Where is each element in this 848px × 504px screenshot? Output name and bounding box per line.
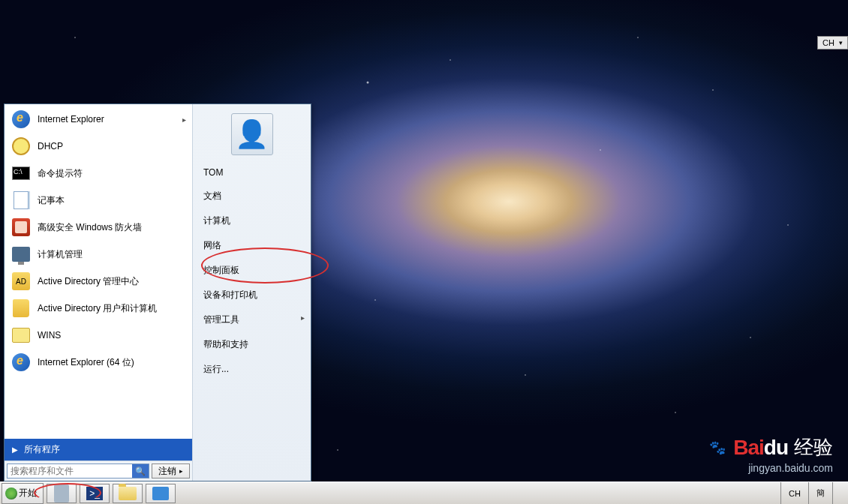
start-button[interactable]: 开始 bbox=[2, 483, 44, 504]
app-label: Internet Explorer (64 位) bbox=[38, 357, 134, 368]
watermark: 🐾 Baidu 经验 jingyan.baidu.com bbox=[709, 434, 833, 474]
right-item-7[interactable]: 帮助和支持 bbox=[193, 332, 311, 357]
app-label: 计算机管理 bbox=[38, 249, 83, 260]
start-menu-right-pane: 👤 TOM文档计算机网络控制面板设备和打印机管理工具帮助和支持运行... bbox=[192, 104, 311, 481]
search-go-button[interactable]: 🔍 bbox=[132, 464, 149, 478]
logoff-button[interactable]: 注销 bbox=[152, 464, 190, 478]
tray-more[interactable] bbox=[832, 482, 848, 504]
cmd-icon: C:\ bbox=[12, 166, 30, 180]
app-label: Active Directory 管理中心 bbox=[38, 276, 139, 286]
app-item-0[interactable]: Internet Explorer bbox=[6, 106, 191, 133]
notepad-icon bbox=[14, 191, 29, 209]
watermark-logo-a: Bai bbox=[733, 436, 764, 459]
taskbar-server-manager[interactable] bbox=[47, 484, 77, 503]
start-menu: Internet ExplorerDHCPC:\命令提示符记事本高级安全 Win… bbox=[4, 104, 311, 482]
language-bar-lang[interactable]: CH bbox=[822, 38, 834, 47]
watermark-url: jingyan.baidu.com bbox=[709, 462, 833, 474]
app-label: Internet Explorer bbox=[38, 114, 104, 124]
right-item-0[interactable]: TOM bbox=[193, 161, 311, 184]
all-programs-button[interactable]: 所有程序 bbox=[5, 439, 192, 460]
right-item-2[interactable]: 计算机 bbox=[193, 208, 311, 233]
right-item-3[interactable]: 网络 bbox=[193, 233, 311, 258]
taskbar: 开始 >_ CH 簡 bbox=[0, 482, 848, 504]
language-bar[interactable]: CH ▾ bbox=[817, 36, 848, 50]
search-box: 🔍 bbox=[7, 464, 149, 478]
app-label: Active Directory 用户和计算机 bbox=[38, 303, 157, 314]
right-item-4[interactable]: 控制面板 bbox=[193, 258, 311, 283]
app-item-9[interactable]: Internet Explorer (64 位) bbox=[6, 349, 191, 376]
right-item-6[interactable]: 管理工具 bbox=[193, 308, 311, 332]
app-label: 高级安全 Windows 防火墙 bbox=[38, 222, 142, 232]
app-label: WINS bbox=[38, 330, 61, 340]
app-item-5[interactable]: 计算机管理 bbox=[6, 241, 191, 268]
app-item-4[interactable]: 高级安全 Windows 防火墙 bbox=[6, 214, 191, 241]
server-icon bbox=[54, 484, 69, 502]
app-label: 命令提示符 bbox=[38, 168, 83, 178]
folder-icon bbox=[119, 487, 137, 500]
search-icon: 🔍 bbox=[135, 466, 146, 476]
right-item-1[interactable]: 文档 bbox=[193, 184, 311, 208]
taskbar-powershell[interactable]: >_ bbox=[80, 484, 110, 503]
app-item-2[interactable]: C:\命令提示符 bbox=[6, 160, 191, 187]
start-button-label: 开始 bbox=[19, 487, 37, 500]
user-icon: 👤 bbox=[235, 118, 269, 150]
tray-lang[interactable]: CH bbox=[780, 482, 808, 504]
clock-icon bbox=[12, 137, 30, 155]
system-tray: CH 簡 bbox=[780, 482, 848, 504]
book-icon bbox=[13, 299, 29, 317]
taskbar-explorer[interactable] bbox=[113, 484, 143, 503]
wins-icon bbox=[12, 328, 30, 343]
watermark-logo-b: du bbox=[764, 436, 788, 459]
dashboard-icon bbox=[152, 487, 169, 500]
ie-icon bbox=[12, 110, 30, 128]
ie-icon bbox=[12, 353, 30, 371]
app-item-6[interactable]: ADActive Directory 管理中心 bbox=[6, 268, 191, 295]
user-picture[interactable]: 👤 bbox=[231, 113, 273, 155]
pinned-apps-list: Internet ExplorerDHCPC:\命令提示符记事本高级安全 Win… bbox=[5, 104, 192, 439]
computer-icon bbox=[12, 247, 30, 262]
paw-icon: 🐾 bbox=[709, 440, 726, 456]
taskbar-dashboard[interactable] bbox=[146, 484, 176, 503]
start-menu-left-pane: Internet ExplorerDHCPC:\命令提示符记事本高级安全 Win… bbox=[5, 104, 192, 481]
app-label: DHCP bbox=[38, 141, 63, 152]
start-orb-icon bbox=[5, 488, 17, 500]
logoff-label: 注销 bbox=[158, 465, 176, 478]
app-item-1[interactable]: DHCP bbox=[6, 133, 191, 160]
language-bar-menu-icon[interactable]: ▾ bbox=[839, 39, 843, 46]
right-item-5[interactable]: 设备和打印机 bbox=[193, 283, 311, 308]
tray-ime[interactable]: 簡 bbox=[808, 482, 832, 504]
powershell-icon: >_ bbox=[86, 487, 103, 500]
right-item-8[interactable]: 运行... bbox=[193, 357, 311, 382]
watermark-cn: 经验 bbox=[794, 434, 833, 460]
firewall-icon bbox=[12, 218, 30, 236]
search-input[interactable] bbox=[8, 464, 132, 478]
search-row: 🔍 注销 bbox=[5, 460, 192, 481]
app-item-3[interactable]: 记事本 bbox=[6, 187, 191, 214]
ad-icon: AD bbox=[12, 272, 30, 290]
all-programs-label: 所有程序 bbox=[24, 443, 60, 456]
app-item-7[interactable]: Active Directory 用户和计算机 bbox=[6, 295, 191, 322]
app-label: 记事本 bbox=[38, 195, 65, 206]
app-item-8[interactable]: WINS bbox=[6, 322, 191, 349]
user-picture-frame: 👤 bbox=[193, 104, 311, 161]
